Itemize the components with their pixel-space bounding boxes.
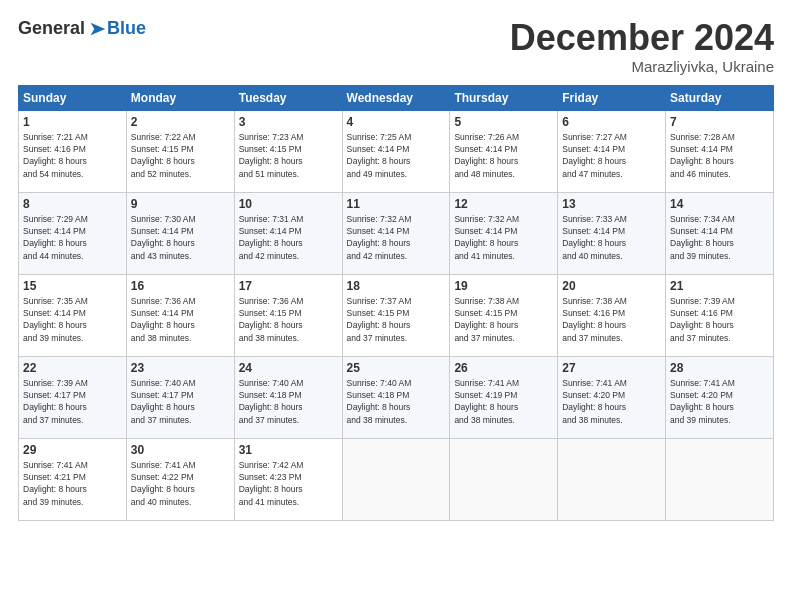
table-row: 20Sunrise: 7:38 AM Sunset: 4:16 PM Dayli… (558, 274, 666, 356)
table-row: 28Sunrise: 7:41 AM Sunset: 4:20 PM Dayli… (666, 356, 774, 438)
table-row: 27Sunrise: 7:41 AM Sunset: 4:20 PM Dayli… (558, 356, 666, 438)
day-info: Sunrise: 7:39 AM Sunset: 4:17 PM Dayligh… (23, 377, 122, 426)
day-info: Sunrise: 7:21 AM Sunset: 4:16 PM Dayligh… (23, 131, 122, 180)
table-row: 16Sunrise: 7:36 AM Sunset: 4:14 PM Dayli… (126, 274, 234, 356)
table-row: 25Sunrise: 7:40 AM Sunset: 4:18 PM Dayli… (342, 356, 450, 438)
table-row: 3Sunrise: 7:23 AM Sunset: 4:15 PM Daylig… (234, 110, 342, 192)
table-row: 8Sunrise: 7:29 AM Sunset: 4:14 PM Daylig… (19, 192, 127, 274)
table-row: 29Sunrise: 7:41 AM Sunset: 4:21 PM Dayli… (19, 438, 127, 520)
day-number: 12 (454, 197, 553, 211)
day-info: Sunrise: 7:38 AM Sunset: 4:15 PM Dayligh… (454, 295, 553, 344)
svg-marker-0 (91, 22, 106, 35)
col-saturday: Saturday (666, 85, 774, 110)
day-number: 7 (670, 115, 769, 129)
day-number: 5 (454, 115, 553, 129)
table-row: 14Sunrise: 7:34 AM Sunset: 4:14 PM Dayli… (666, 192, 774, 274)
table-row: 7Sunrise: 7:28 AM Sunset: 4:14 PM Daylig… (666, 110, 774, 192)
day-number: 21 (670, 279, 769, 293)
table-row: 15Sunrise: 7:35 AM Sunset: 4:14 PM Dayli… (19, 274, 127, 356)
day-info: Sunrise: 7:37 AM Sunset: 4:15 PM Dayligh… (347, 295, 446, 344)
day-number: 24 (239, 361, 338, 375)
table-row (666, 438, 774, 520)
day-number: 27 (562, 361, 661, 375)
day-number: 15 (23, 279, 122, 293)
table-row: 23Sunrise: 7:40 AM Sunset: 4:17 PM Dayli… (126, 356, 234, 438)
day-info: Sunrise: 7:26 AM Sunset: 4:14 PM Dayligh… (454, 131, 553, 180)
day-info: Sunrise: 7:33 AM Sunset: 4:14 PM Dayligh… (562, 213, 661, 262)
calendar-week-row: 29Sunrise: 7:41 AM Sunset: 4:21 PM Dayli… (19, 438, 774, 520)
day-number: 18 (347, 279, 446, 293)
table-row: 17Sunrise: 7:36 AM Sunset: 4:15 PM Dayli… (234, 274, 342, 356)
day-number: 22 (23, 361, 122, 375)
day-number: 25 (347, 361, 446, 375)
table-row: 1Sunrise: 7:21 AM Sunset: 4:16 PM Daylig… (19, 110, 127, 192)
table-row: 2Sunrise: 7:22 AM Sunset: 4:15 PM Daylig… (126, 110, 234, 192)
day-number: 6 (562, 115, 661, 129)
table-row: 22Sunrise: 7:39 AM Sunset: 4:17 PM Dayli… (19, 356, 127, 438)
calendar-week-row: 22Sunrise: 7:39 AM Sunset: 4:17 PM Dayli… (19, 356, 774, 438)
day-number: 23 (131, 361, 230, 375)
title-block: December 2024 Marazliyivka, Ukraine (510, 18, 774, 75)
table-row: 24Sunrise: 7:40 AM Sunset: 4:18 PM Dayli… (234, 356, 342, 438)
calendar-week-row: 15Sunrise: 7:35 AM Sunset: 4:14 PM Dayli… (19, 274, 774, 356)
table-row: 18Sunrise: 7:37 AM Sunset: 4:15 PM Dayli… (342, 274, 450, 356)
day-info: Sunrise: 7:27 AM Sunset: 4:14 PM Dayligh… (562, 131, 661, 180)
day-info: Sunrise: 7:28 AM Sunset: 4:14 PM Dayligh… (670, 131, 769, 180)
table-row: 21Sunrise: 7:39 AM Sunset: 4:16 PM Dayli… (666, 274, 774, 356)
day-info: Sunrise: 7:41 AM Sunset: 4:22 PM Dayligh… (131, 459, 230, 508)
logo-text: General Blue (18, 18, 146, 39)
day-number: 14 (670, 197, 769, 211)
col-friday: Friday (558, 85, 666, 110)
location-title: Marazliyivka, Ukraine (510, 58, 774, 75)
day-info: Sunrise: 7:40 AM Sunset: 4:17 PM Dayligh… (131, 377, 230, 426)
calendar-table: Sunday Monday Tuesday Wednesday Thursday… (18, 85, 774, 521)
day-number: 2 (131, 115, 230, 129)
table-row: 30Sunrise: 7:41 AM Sunset: 4:22 PM Dayli… (126, 438, 234, 520)
day-number: 19 (454, 279, 553, 293)
day-number: 30 (131, 443, 230, 457)
day-info: Sunrise: 7:41 AM Sunset: 4:21 PM Dayligh… (23, 459, 122, 508)
header: General Blue December 2024 Marazliyivka,… (18, 18, 774, 75)
logo-arrow-icon (87, 20, 107, 38)
page: General Blue December 2024 Marazliyivka,… (0, 0, 792, 612)
day-info: Sunrise: 7:36 AM Sunset: 4:14 PM Dayligh… (131, 295, 230, 344)
col-thursday: Thursday (450, 85, 558, 110)
month-title: December 2024 (510, 18, 774, 58)
day-info: Sunrise: 7:38 AM Sunset: 4:16 PM Dayligh… (562, 295, 661, 344)
day-info: Sunrise: 7:35 AM Sunset: 4:14 PM Dayligh… (23, 295, 122, 344)
day-info: Sunrise: 7:41 AM Sunset: 4:20 PM Dayligh… (670, 377, 769, 426)
day-number: 17 (239, 279, 338, 293)
table-row (558, 438, 666, 520)
day-number: 3 (239, 115, 338, 129)
day-info: Sunrise: 7:40 AM Sunset: 4:18 PM Dayligh… (347, 377, 446, 426)
day-info: Sunrise: 7:31 AM Sunset: 4:14 PM Dayligh… (239, 213, 338, 262)
table-row: 12Sunrise: 7:32 AM Sunset: 4:14 PM Dayli… (450, 192, 558, 274)
day-info: Sunrise: 7:39 AM Sunset: 4:16 PM Dayligh… (670, 295, 769, 344)
table-row: 26Sunrise: 7:41 AM Sunset: 4:19 PM Dayli… (450, 356, 558, 438)
day-info: Sunrise: 7:23 AM Sunset: 4:15 PM Dayligh… (239, 131, 338, 180)
day-info: Sunrise: 7:32 AM Sunset: 4:14 PM Dayligh… (454, 213, 553, 262)
day-info: Sunrise: 7:34 AM Sunset: 4:14 PM Dayligh… (670, 213, 769, 262)
table-row: 11Sunrise: 7:32 AM Sunset: 4:14 PM Dayli… (342, 192, 450, 274)
table-row: 9Sunrise: 7:30 AM Sunset: 4:14 PM Daylig… (126, 192, 234, 274)
table-row: 5Sunrise: 7:26 AM Sunset: 4:14 PM Daylig… (450, 110, 558, 192)
logo: General Blue (18, 18, 146, 39)
col-tuesday: Tuesday (234, 85, 342, 110)
calendar-week-row: 8Sunrise: 7:29 AM Sunset: 4:14 PM Daylig… (19, 192, 774, 274)
day-number: 26 (454, 361, 553, 375)
table-row: 31Sunrise: 7:42 AM Sunset: 4:23 PM Dayli… (234, 438, 342, 520)
col-wednesday: Wednesday (342, 85, 450, 110)
header-row: Sunday Monday Tuesday Wednesday Thursday… (19, 85, 774, 110)
day-info: Sunrise: 7:42 AM Sunset: 4:23 PM Dayligh… (239, 459, 338, 508)
day-number: 13 (562, 197, 661, 211)
day-number: 8 (23, 197, 122, 211)
calendar-week-row: 1Sunrise: 7:21 AM Sunset: 4:16 PM Daylig… (19, 110, 774, 192)
day-info: Sunrise: 7:32 AM Sunset: 4:14 PM Dayligh… (347, 213, 446, 262)
table-row: 6Sunrise: 7:27 AM Sunset: 4:14 PM Daylig… (558, 110, 666, 192)
day-number: 20 (562, 279, 661, 293)
day-number: 31 (239, 443, 338, 457)
day-info: Sunrise: 7:41 AM Sunset: 4:20 PM Dayligh… (562, 377, 661, 426)
day-info: Sunrise: 7:36 AM Sunset: 4:15 PM Dayligh… (239, 295, 338, 344)
day-info: Sunrise: 7:25 AM Sunset: 4:14 PM Dayligh… (347, 131, 446, 180)
day-number: 11 (347, 197, 446, 211)
